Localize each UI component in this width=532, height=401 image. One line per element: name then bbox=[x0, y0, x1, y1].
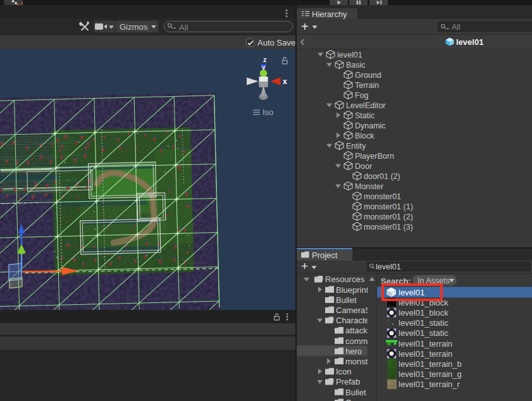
svg-text:level01_static: level01_static bbox=[399, 328, 448, 338]
svg-text:Bullet: Bullet bbox=[345, 388, 366, 397]
svg-text:level01_terrain: level01_terrain bbox=[399, 349, 452, 359]
svg-text:monste: monste bbox=[345, 357, 368, 366]
svg-text:Block: Block bbox=[355, 132, 374, 140]
svg-text:PlayerBorn: PlayerBorn bbox=[355, 152, 394, 161]
svg-text:level01: level01 bbox=[337, 51, 362, 59]
svg-text:Monster: Monster bbox=[355, 182, 383, 191]
svg-text:level01_terrain_r: level01_terrain_r bbox=[399, 379, 461, 389]
svg-text:Basic: Basic bbox=[346, 61, 366, 70]
svg-text:hero: hero bbox=[345, 347, 362, 356]
svg-text:Bullet: Bullet bbox=[336, 295, 357, 305]
svg-text:Icon: Icon bbox=[336, 367, 352, 376]
svg-text:Character: Character bbox=[336, 316, 368, 325]
svg-text:Ground: Ground bbox=[355, 71, 381, 80]
svg-text:monster01: monster01 bbox=[364, 192, 401, 201]
svg-text:attacke: attacke bbox=[345, 326, 368, 335]
svg-text:monster01 (1): monster01 (1) bbox=[364, 202, 413, 211]
svg-text:Resources: Resources bbox=[325, 275, 365, 284]
svg-text:Static: Static bbox=[355, 111, 374, 120]
svg-text:Entity: Entity bbox=[346, 142, 366, 151]
svg-text:Prefab: Prefab bbox=[336, 377, 360, 386]
svg-text:monster01 (2): monster01 (2) bbox=[364, 213, 413, 221]
svg-text:level01_block: level01_block bbox=[399, 308, 448, 318]
svg-text:Blueprint: Blueprint bbox=[336, 285, 368, 295]
svg-text:monster01 (3): monster01 (3) bbox=[364, 223, 413, 231]
svg-text:Fog: Fog bbox=[355, 91, 369, 100]
svg-text:LevelEditor: LevelEditor bbox=[346, 101, 386, 110]
svg-text:z: z bbox=[263, 56, 267, 63]
svg-text:y: y bbox=[262, 63, 266, 71]
svg-text:level01_terrain_g: level01_terrain_g bbox=[399, 369, 462, 379]
svg-text:Iso: Iso bbox=[263, 108, 273, 117]
svg-text:Commo: Commo bbox=[345, 398, 368, 401]
svg-text:level01_static: level01_static bbox=[399, 318, 448, 328]
svg-text:Dynamic: Dynamic bbox=[355, 121, 386, 130]
svg-text:CameraSh: CameraSh bbox=[336, 305, 368, 315]
svg-text:x: x bbox=[283, 77, 287, 86]
svg-text:Door: Door bbox=[355, 162, 372, 171]
svg-text:level01_terrain: level01_terrain bbox=[399, 339, 452, 349]
svg-text:Terrain: Terrain bbox=[355, 81, 379, 90]
svg-text:door01 (2): door01 (2) bbox=[364, 172, 400, 181]
svg-text:commo: commo bbox=[345, 336, 368, 346]
svg-text:level01_terrain_b: level01_terrain_b bbox=[399, 359, 462, 369]
